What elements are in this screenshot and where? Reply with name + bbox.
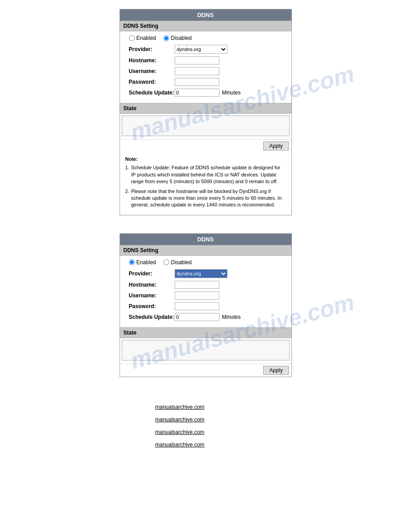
panel1-note2-item: 2. Please note that the hostname will be… [125, 188, 286, 209]
panel1-disabled-radio[interactable] [163, 35, 169, 41]
panel1-state-textarea[interactable] [122, 116, 290, 136]
panel2-schedule-label: Schedule Update: [125, 314, 175, 320]
panel1-provider-select[interactable]: dyndns.org no-ip.com [175, 45, 227, 54]
panel1-username-label: Username: [125, 68, 175, 74]
panel1-provider-row: Provider: dyndns.org no-ip.com [125, 45, 286, 54]
panel2-schedule-row: Schedule Update: Minutes [125, 313, 286, 321]
panel1-password-input[interactable] [175, 78, 219, 86]
panel1-setting-header: DDNS Setting [120, 21, 291, 31]
panel1-note1-item: 1. Schedule Update: Feature of DDNS sche… [125, 164, 286, 185]
panel2-title: DDNS [120, 234, 291, 245]
panel2-state-textarea[interactable] [122, 340, 290, 360]
panel2-disabled-radio[interactable] [163, 259, 169, 265]
panel1-body: Enabled Disabled Provider: dyndns.org no… [120, 31, 291, 103]
panel1-hostname-row: Hostname: [125, 56, 286, 64]
panel1-title: DDNS [120, 9, 291, 21]
ddns-panel-1: DDNS DDNS Setting Enabled Disabled Provi… [120, 9, 292, 215]
panel2-password-row: Password: [125, 302, 286, 310]
panel2-state-section: State Apply [120, 327, 291, 377]
links-section: manualsarchive.com manualsarchive.com ma… [120, 395, 292, 448]
panel1-radio-row: Enabled Disabled [125, 35, 286, 41]
panel2-enabled-label[interactable]: Enabled [129, 259, 156, 266]
panel1-note1-num: 1. [125, 164, 129, 185]
panel2-schedule-input[interactable] [175, 313, 219, 321]
panel1-notes-title: Note: [125, 156, 286, 163]
panel2-radio-row: Enabled Disabled [125, 259, 286, 266]
panel1-apply-row: Apply [120, 139, 291, 152]
panel1-schedule-label: Schedule Update: [125, 90, 175, 96]
link-4[interactable]: manualsarchive.com [155, 442, 292, 448]
panel2-minutes-label: Minutes [222, 314, 241, 320]
panel2-provider-select[interactable]: dyndns.org no-ip.com [175, 269, 227, 278]
panel2-password-input[interactable] [175, 302, 219, 310]
panel1-note2-text: Please note that the hostname will be bl… [131, 188, 286, 209]
panel1-disabled-label[interactable]: Disabled [163, 35, 192, 41]
link-3[interactable]: manualsarchive.com [155, 429, 292, 435]
panel2-username-label: Username: [125, 292, 175, 299]
panel2-provider-label: Provider: [125, 270, 175, 277]
panel2-password-label: Password: [125, 303, 175, 309]
panel2-hostname-label: Hostname: [125, 282, 175, 288]
panel2-apply-row: Apply [120, 364, 291, 377]
panel1-enabled-label[interactable]: Enabled [129, 35, 156, 41]
panel2-state-body [120, 338, 291, 364]
panel2-hostname-input[interactable] [175, 281, 219, 289]
panel1-state-body [120, 114, 291, 139]
panel1-minutes-label: Minutes [222, 90, 241, 96]
panel2-enabled-radio[interactable] [129, 259, 135, 265]
panel1-note1-text: Schedule Update: Feature of DDNS schedul… [131, 164, 286, 185]
ddns-panel-2: DDNS DDNS Setting Enabled Disabled Provi… [120, 233, 292, 377]
panel1-enabled-radio[interactable] [129, 35, 135, 41]
panel1-username-row: Username: [125, 67, 286, 75]
panel1-schedule-input[interactable] [175, 89, 219, 97]
panel1-apply-button[interactable]: Apply [263, 142, 288, 150]
panel2-username-input[interactable] [175, 292, 219, 300]
panel2-state-header: State [120, 328, 291, 338]
panel2-username-row: Username: [125, 292, 286, 300]
link-2[interactable]: manualsarchive.com [155, 416, 292, 423]
panel1-note2-num: 2. [125, 188, 129, 209]
link-1[interactable]: manualsarchive.com [155, 404, 292, 410]
panel1-notes: Note: 1. Schedule Update: Feature of DDN… [120, 152, 291, 215]
panel1-state-header: State [120, 103, 291, 114]
panel2-apply-button[interactable]: Apply [263, 366, 288, 375]
panel1-hostname-label: Hostname: [125, 57, 175, 64]
panel2-hostname-row: Hostname: [125, 281, 286, 289]
panel1-password-label: Password: [125, 79, 175, 85]
panel1-schedule-row: Schedule Update: Minutes [125, 89, 286, 97]
panel2-disabled-label[interactable]: Disabled [163, 259, 192, 266]
panel2-body: Enabled Disabled Provider: dyndns.org no… [120, 256, 291, 327]
panel1-state-section: State Apply [120, 103, 291, 152]
panel1-provider-label: Provider: [125, 46, 175, 52]
panel1-username-input[interactable] [175, 67, 219, 75]
panel1-password-row: Password: [125, 78, 286, 86]
panel2-provider-row: Provider: dyndns.org no-ip.com [125, 269, 286, 278]
panel1-hostname-input[interactable] [175, 56, 219, 64]
panel2-setting-header: DDNS Setting [120, 245, 291, 256]
